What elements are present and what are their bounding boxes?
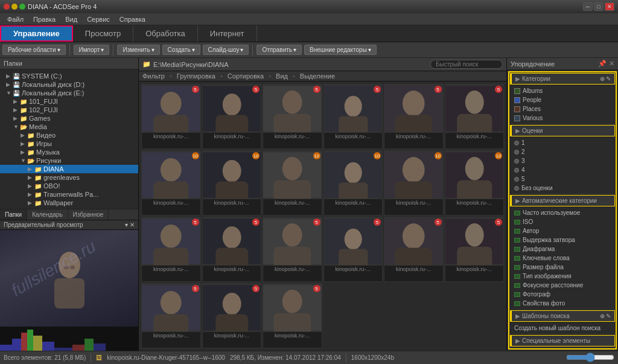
create-button[interactable]: Создать ▾ (162, 45, 200, 55)
rating-4[interactable]: 4 (513, 165, 612, 174)
search-input[interactable] (430, 60, 503, 69)
filter-select[interactable]: Выделение (300, 72, 335, 80)
preview-tab-folders[interactable]: Папки (0, 209, 27, 220)
auto-exposure[interactable]: Выдержка затвора (513, 235, 612, 244)
thumbnail-item[interactable]: 5kinopoisk.ru-... (141, 217, 201, 282)
thumbnail-item[interactable]: 5kinopoisk.ru-... (384, 217, 444, 282)
filter-view[interactable]: Вид (276, 72, 288, 80)
tree-item[interactable]: ▶📁Видео (0, 131, 138, 139)
thumbnail-item[interactable]: 5kinopoisk.ru-... (263, 84, 322, 149)
thumbnail-item[interactable]: 5kinopoisk.ru-... (323, 84, 383, 149)
tree-item[interactable]: ▼📂Media (0, 123, 138, 131)
rating-3[interactable]: 3 (513, 156, 612, 165)
menu-view[interactable]: Вид (60, 14, 82, 24)
thumbnail-item[interactable]: 5kinopoisk.ru-... (202, 217, 262, 282)
auto-aperture[interactable]: Диафрагма (513, 244, 612, 254)
external-button[interactable]: Внешние редакторы ▾ (304, 45, 377, 55)
tree-item[interactable]: ▼💾Локальный диск (E:) (0, 89, 138, 97)
auto-categories-header[interactable]: ▶ Автоматические категории (510, 195, 615, 206)
import-button[interactable]: Импорт ▾ (74, 45, 110, 55)
menu-edit[interactable]: Правка (28, 14, 60, 24)
filter-group[interactable]: Группировка (177, 72, 215, 80)
tab-view[interactable]: Просмотр (73, 25, 133, 42)
category-people[interactable]: People (513, 95, 612, 104)
search-templates-header[interactable]: ▶ Шаблоны поиска ⊕ ✎ (510, 310, 615, 322)
tree-item[interactable]: ▼📂Рисунки (0, 156, 138, 165)
rating-5[interactable]: 5 (513, 174, 612, 184)
tree-item[interactable]: ▶📁Traumerwalls Pa... (0, 190, 138, 199)
maximize-button[interactable]: □ (594, 2, 604, 11)
auto-author[interactable]: Автор (513, 226, 612, 235)
panel-pin-icon[interactable]: 📌 (598, 60, 607, 68)
tree-item[interactable]: ▶📁101_FUJI (0, 97, 138, 106)
tree-item[interactable]: ▶📁Wallpaper (0, 199, 138, 207)
tab-process[interactable]: Обработка (133, 25, 198, 42)
close-button[interactable]: ✕ (605, 2, 614, 11)
thumbnail-item[interactable]: 5kinopoisk.ru-... (141, 283, 201, 348)
tree-item[interactable]: ▶📁greenleaves (0, 173, 138, 182)
tree-item[interactable]: ▶💾Локальный диск (D:) (0, 80, 138, 89)
category-places[interactable]: Places (513, 104, 612, 113)
filter-filter[interactable]: Фильтр (142, 72, 165, 80)
category-albums[interactable]: Albums (513, 86, 612, 95)
thumbnail-item[interactable]: 10kinopoisk.ru-... (263, 150, 322, 216)
special-header[interactable]: ▶ Специальные элементы (510, 335, 615, 346)
menu-service[interactable]: Сервис (82, 14, 115, 24)
thumbnail-item[interactable]: 10kinopoisk.ru-... (202, 150, 262, 216)
create-search-template[interactable]: Создать новый шаблон поиска (513, 324, 612, 333)
send-button[interactable]: Отправить ▾ (256, 45, 302, 55)
auto-photo-props[interactable]: Свойства фото (513, 299, 612, 308)
auto-filesize[interactable]: Размер файла (513, 263, 612, 272)
filter-sort[interactable]: Сортировка (228, 72, 264, 80)
change-button[interactable]: Изменить ▾ (117, 45, 159, 55)
tree-item[interactable]: ▶📁OBO! (0, 182, 138, 190)
auto-keywords[interactable]: Ключевые слова (513, 254, 612, 263)
thumbnail-item[interactable]: 5kinopoisk.ru-... (202, 283, 262, 348)
thumbnail-item[interactable]: 5kinopoisk.ru-... (263, 217, 322, 282)
categories-edit-icon[interactable]: ✎ (606, 75, 611, 82)
rating-2[interactable]: 2 (513, 147, 612, 156)
minimize-button[interactable]: ─ (583, 2, 593, 11)
workspace-button[interactable]: Рабочие области ▾ (2, 45, 66, 55)
categories-section-header[interactable]: ▶ Категории ⊕ ✎ (510, 73, 615, 85)
preview-tab-calendar[interactable]: Календарь (27, 209, 68, 220)
panel-close-icon[interactable]: ✕ (609, 60, 614, 68)
search-add-icon[interactable]: ⊕ (600, 313, 605, 319)
menu-file[interactable]: Файл (2, 14, 28, 24)
tree-item[interactable]: ▶📁Музыка (0, 148, 138, 156)
thumbnail-item[interactable]: 10kinopoisk.ru-... (323, 150, 383, 216)
preview-tab-favorites[interactable]: Избранное (68, 209, 109, 220)
thumbnail-item[interactable]: 5kinopoisk.ru-... (323, 217, 383, 282)
tree-item[interactable]: ▶📁Games (0, 114, 138, 123)
auto-iso[interactable]: ISO (513, 217, 612, 226)
thumbnail-item[interactable]: 5kinopoisk.ru-... (445, 217, 505, 282)
thumbnail-item[interactable]: 5kinopoisk.ru-... (384, 84, 444, 149)
tree-item[interactable]: ▶💾SYSTEM (C:) (0, 72, 138, 80)
thumbnail-item[interactable]: 5kinopoisk.ru-... (263, 283, 322, 348)
tree-item[interactable]: ▶📁Игры (0, 139, 138, 148)
rating-none[interactable]: Без оценки (513, 184, 612, 193)
thumbnail-item[interactable]: 5kinopoisk.ru-... (141, 84, 201, 149)
category-various[interactable]: Various (513, 113, 612, 123)
auto-photographer[interactable]: Фотограф (513, 290, 612, 299)
auto-imgtype[interactable]: Тип изображения (513, 272, 612, 281)
thumbnail-item[interactable]: 10kinopoisk.ru-... (141, 150, 201, 216)
rating-1[interactable]: 1 (513, 138, 612, 147)
tab-internet[interactable]: Интернет (198, 25, 257, 42)
search-edit-icon[interactable]: ✎ (606, 313, 611, 319)
thumbnail-item[interactable]: 10kinopoisk.ru-... (384, 150, 444, 216)
menu-help[interactable]: Справка (115, 14, 150, 24)
ratings-section-header[interactable]: ▶ Оценки (510, 125, 615, 136)
slideshow-button[interactable]: Слайд-шоу ▾ (203, 45, 249, 55)
categories-add-icon[interactable]: ⊕ (600, 75, 605, 82)
auto-focal[interactable]: Фокусное расстояние (513, 281, 612, 290)
thumbnail-item[interactable]: 5kinopoisk.ru-... (445, 84, 505, 149)
tree-item[interactable]: ▶📁DIANA (0, 165, 138, 173)
folder-tree[interactable]: ▶💾SYSTEM (C:)▶💾Локальный диск (D:)▼💾Лока… (0, 69, 138, 209)
thumbnail-item[interactable]: 5kinopoisk.ru-... (202, 84, 262, 149)
tab-manage[interactable]: Управление (0, 25, 73, 42)
thumbnail-item[interactable]: 10kinopoisk.ru-... (445, 150, 505, 216)
zoom-slider[interactable] (566, 353, 614, 362)
auto-often[interactable]: Часто используемое (513, 208, 612, 217)
tree-item[interactable]: ▶📁102_FUJI (0, 106, 138, 114)
